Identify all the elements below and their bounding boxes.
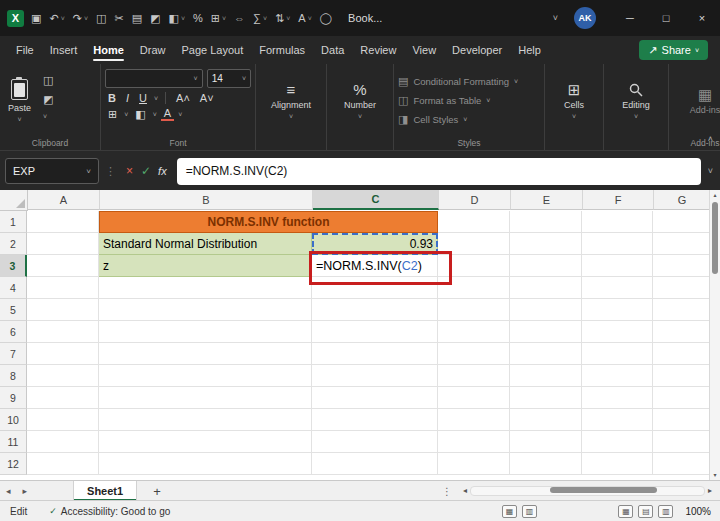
paste-button[interactable]: Paste ˅ [4,69,35,133]
tab-draw[interactable]: Draw [132,36,174,64]
cell-G3[interactable] [653,255,710,277]
chevron-down-icon[interactable]: ˅ [124,111,128,118]
cell-A2[interactable] [27,233,99,255]
cell-E4[interactable] [510,277,582,299]
cell-D11[interactable] [438,431,510,453]
paste-small-icon[interactable]: ▤ [128,10,146,27]
scroll-down-icon[interactable]: ▾ [713,470,716,480]
cell-F11[interactable] [582,431,653,453]
addins-button[interactable]: ▦ Add-ins [686,69,720,133]
cell-G8[interactable] [653,365,710,387]
cell-C10[interactable] [312,409,438,431]
cell-C2[interactable]: 0.93 [312,233,438,255]
font-name-combo[interactable]: ˅ [105,69,203,88]
excel-app-icon[interactable]: X [7,10,24,27]
column-header-C[interactable]: C [313,190,439,210]
cell-C9[interactable] [312,387,438,409]
cell-E12[interactable] [510,453,582,475]
subscript-button[interactable]: A˅ [197,93,217,104]
cell-F8[interactable] [582,365,653,387]
cell-A7[interactable] [27,343,99,365]
scroll-left-icon[interactable]: ◂ [460,487,470,495]
cell-E3[interactable] [510,255,582,277]
cell-D2[interactable] [438,233,510,255]
cell-B1[interactable]: NORM.S.INV function [99,211,438,233]
cell-C5[interactable] [312,299,438,321]
cell-C6[interactable] [312,321,438,343]
cell-B6[interactable] [99,321,312,343]
number-button[interactable]: % Number ˅ [340,69,380,133]
cell-G11[interactable] [653,431,710,453]
conditional-formatting-button[interactable]: ▤ Conditional Formatting ˅ [398,72,540,91]
scrollbar-resize-handle[interactable]: ⋮ [442,486,452,497]
cell-A9[interactable] [27,387,99,409]
horizontal-scroll-track[interactable] [470,486,705,496]
cell-G12[interactable] [653,453,710,475]
tab-file[interactable]: File [8,36,42,64]
cell-B10[interactable] [99,409,312,431]
column-header-E[interactable]: E [511,190,583,210]
cell-E5[interactable] [510,299,582,321]
cell-F1[interactable] [582,211,653,233]
sort-filter-icon[interactable]: ⇅˅ [271,10,294,27]
cell-C8[interactable] [312,365,438,387]
row-header-1[interactable]: 1 [0,211,27,233]
cell-G6[interactable] [653,321,710,343]
cut-icon[interactable]: ✂ [110,10,127,27]
row-header-3[interactable]: 3 [0,255,27,277]
record-macro-icon[interactable]: ◯ [316,10,336,27]
cell-A1[interactable] [27,211,99,233]
cells-button[interactable]: ⊞ Cells ˅ [560,69,588,133]
tab-insert[interactable]: Insert [42,36,86,64]
row-header-8[interactable]: 8 [0,365,27,387]
sheet-tab-sheet1[interactable]: Sheet1 [73,481,137,501]
expand-formula-bar-icon[interactable]: ˅ [708,166,713,176]
tab-page-layout[interactable]: Page Layout [173,36,251,64]
cell-B5[interactable] [99,299,312,321]
tab-help[interactable]: Help [510,36,549,64]
alignment-button[interactable]: ≡ Alignment ˅ [267,69,315,133]
cell-C12[interactable] [312,453,438,475]
previous-sheet-icon[interactable]: ◂ [0,487,17,496]
account-avatar[interactable]: AK [574,7,596,29]
insert-function-icon[interactable]: fx [158,165,167,177]
display-settings-icon[interactable]: ▥ [522,505,537,518]
enter-icon[interactable]: ✓ [141,165,151,177]
cell-A3[interactable] [27,255,99,277]
horizontal-scrollbar[interactable]: ◂ ▸ [460,486,715,496]
copy-icon[interactable]: ◫ [92,10,110,27]
cell-F10[interactable] [582,409,653,431]
row-header-7[interactable]: 7 [0,343,27,365]
chevron-down-icon[interactable]: ˅ [153,111,157,118]
superscript-button[interactable]: A˄ [173,93,193,104]
borders-button[interactable]: ⊞ [105,109,120,120]
cell-E2[interactable] [510,233,582,255]
column-header-D[interactable]: D [439,190,511,210]
chevron-down-icon[interactable]: ˅ [154,95,158,102]
row-header-10[interactable]: 10 [0,409,27,431]
cell-D8[interactable] [438,365,510,387]
cell-E10[interactable] [510,409,582,431]
cell-B7[interactable] [99,343,312,365]
horizontal-scroll-thumb[interactable] [550,487,657,493]
formula-input[interactable]: =NORM.S.INV(C2) [177,158,701,185]
row-header-2[interactable]: 2 [0,233,27,255]
page-layout-view-icon[interactable]: ▤ [638,505,653,518]
chevron-down-icon[interactable]: ˅ [178,111,182,118]
ribbon-display-options-icon[interactable]: ˅ [553,13,558,23]
cell-E1[interactable] [510,211,582,233]
maximize-button[interactable]: □ [648,0,684,36]
percent-style-icon[interactable]: % [189,10,207,27]
format-painter-icon[interactable]: ◩ [146,10,164,27]
cell-B8[interactable] [99,365,312,387]
cell-C7[interactable] [312,343,438,365]
borders-icon[interactable]: ⊞˅ [207,10,230,27]
page-break-preview-icon[interactable]: ▥ [658,505,673,518]
row-header-4[interactable]: 4 [0,277,27,299]
cell-D4[interactable] [438,277,510,299]
cell-F9[interactable] [582,387,653,409]
redo-icon[interactable]: ↷˅ [69,10,92,27]
cancel-icon[interactable]: × [126,165,133,177]
chevron-down-icon[interactable]: ˅ [43,113,53,120]
zoom-level[interactable]: 100% [685,506,711,517]
